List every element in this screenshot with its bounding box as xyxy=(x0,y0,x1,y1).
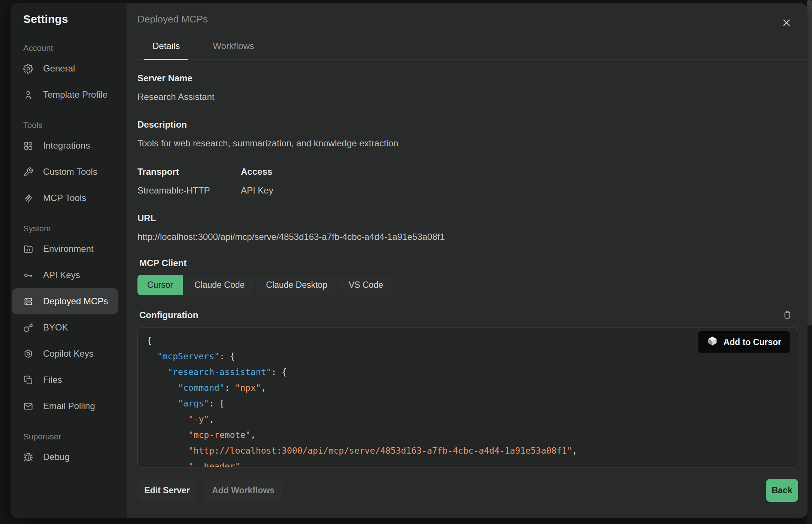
mail-icon xyxy=(23,401,33,411)
transport-label: Transport xyxy=(137,167,241,177)
page-scrollbar-thumb[interactable] xyxy=(807,0,812,326)
sidebar-item-files[interactable]: Files xyxy=(12,367,118,393)
settings-sidebar: Settings AccountGeneralTemplate ProfileT… xyxy=(10,3,127,518)
server-name-value: Research Assistant xyxy=(137,92,798,102)
url-value: http://localhost:3000/api/mcp/serve/4853… xyxy=(137,232,798,242)
add-to-cursor-button[interactable]: Add to Cursor xyxy=(698,331,790,353)
sidebar-item-label: Files xyxy=(43,375,62,385)
tab-workflows[interactable]: Workflows xyxy=(204,41,262,60)
edit-server-button[interactable]: Edit Server xyxy=(137,479,197,502)
configuration-label: Configuration xyxy=(139,310,198,320)
sidebar-item-label: BYOK xyxy=(43,322,68,333)
section-label-superuser: Superuser xyxy=(23,432,127,442)
code-line: "mcpServers": { xyxy=(147,348,789,364)
sidebar-item-label: Deployed MCPs xyxy=(43,296,108,307)
gear-icon xyxy=(23,64,33,74)
sidebar-item-debug[interactable]: Debug xyxy=(12,444,118,470)
mcp-client-label: MCP Client xyxy=(137,258,798,268)
sidebar-item-custom-tools[interactable]: Custom Tools xyxy=(12,159,118,185)
code-line: "http://localhost:3000/api/mcp/serve/485… xyxy=(147,443,789,458)
code-line: "args": [ xyxy=(147,396,789,411)
bug-icon xyxy=(23,452,33,462)
sidebar-item-copilot-keys[interactable]: Copilot Keys xyxy=(12,341,118,367)
blocks-icon xyxy=(23,141,33,151)
sidebar-section-account: AccountGeneralTemplate Profile xyxy=(10,43,127,108)
sidebar-item-deployed-mcps[interactable]: Deployed MCPs xyxy=(12,288,118,314)
add-to-cursor-label: Add to Cursor xyxy=(723,337,781,347)
sidebar-item-api-keys[interactable]: API Keys xyxy=(12,262,118,288)
tab-details[interactable]: Details xyxy=(144,41,188,60)
sidebar-item-mcp-tools[interactable]: MCP Tools xyxy=(12,185,118,211)
sidebar-section-system: SystemEnvironmentAPI KeysDeployed MCPsBY… xyxy=(10,224,127,419)
code-line: "command": "npx", xyxy=(147,380,789,396)
footer: Edit Server Add Workflows Back xyxy=(137,479,798,502)
hexagon-dot-icon xyxy=(23,349,33,359)
key-icon xyxy=(23,323,33,333)
url-label: URL xyxy=(137,213,798,223)
description-value: Tools for web research, summarization, a… xyxy=(137,138,798,149)
client-button-vs-code[interactable]: VS Code xyxy=(339,275,393,295)
transport-value: Streamable-HTTP xyxy=(137,185,241,196)
sidebar-item-label: Environment xyxy=(43,244,94,254)
close-button[interactable] xyxy=(779,16,794,31)
tab-bar: DetailsWorkflows xyxy=(137,41,798,60)
sidebar-item-label: Email Polling xyxy=(43,401,95,411)
sidebar-item-email-polling[interactable]: Email Polling xyxy=(12,393,118,419)
configuration-row: Configuration xyxy=(137,310,798,321)
code-line: "research-assistant": { xyxy=(147,364,789,380)
sidebar-item-label: MCP Tools xyxy=(43,193,86,203)
access-value: API Key xyxy=(241,185,273,196)
close-icon xyxy=(781,17,792,30)
sidebar-item-integrations[interactable]: Integrations xyxy=(12,132,118,159)
server-name-label: Server Name xyxy=(137,73,798,83)
code-line: { xyxy=(147,333,789,348)
copy-icon xyxy=(23,375,33,385)
mcp-client-selector: CursorClaude CodeClaude DesktopVS Code xyxy=(137,275,798,295)
sidebar-item-template-profile[interactable]: Template Profile xyxy=(12,82,118,108)
deployed-mcps-panel: Deployed MCPs DetailsWorkflows Server Na… xyxy=(127,3,808,518)
section-label-account: Account xyxy=(23,43,127,53)
sidebar-item-byok[interactable]: BYOK xyxy=(12,314,118,341)
settings-modal: Settings AccountGeneralTemplate ProfileT… xyxy=(10,3,808,518)
section-label-system: System xyxy=(23,224,127,234)
back-button[interactable]: Back xyxy=(766,479,798,502)
sidebar-item-label: Debug xyxy=(43,452,70,462)
screen: Settings AccountGeneralTemplate ProfileT… xyxy=(0,0,812,524)
user-icon xyxy=(23,90,33,100)
clipboard-icon xyxy=(782,315,792,321)
wrench-icon xyxy=(23,167,33,177)
add-workflows-button[interactable]: Add Workflows xyxy=(205,479,282,502)
access-label: Access xyxy=(241,167,273,177)
cursor-cube-icon xyxy=(707,335,718,349)
sidebar-section-superuser: SuperuserDebug xyxy=(10,432,127,470)
page-scrollbar-track xyxy=(807,0,812,524)
client-button-claude-code[interactable]: Claude Code xyxy=(185,275,254,295)
sidebar-item-general[interactable]: General xyxy=(12,55,118,82)
client-button-claude-desktop[interactable]: Claude Desktop xyxy=(256,275,337,295)
panel-title: Deployed MCPs xyxy=(137,13,798,25)
configuration-code[interactable]: { "mcpServers": { "research-assistant": … xyxy=(137,327,798,467)
client-button-cursor[interactable]: Cursor xyxy=(137,275,183,295)
code-line: "--header" xyxy=(147,458,789,467)
sidebar-item-label: Copilot Keys xyxy=(43,348,94,359)
description-label: Description xyxy=(137,119,798,130)
sidebar-item-label: Integrations xyxy=(43,140,90,151)
sidebar-item-label: General xyxy=(43,63,75,74)
transport-access-row: Transport Streamable-HTTP Access API Key xyxy=(137,167,798,196)
sidebar-item-label: Template Profile xyxy=(43,89,107,100)
sidebar-item-environment[interactable]: Environment xyxy=(12,236,118,262)
folder-code-icon xyxy=(23,244,33,254)
server-icon xyxy=(23,296,33,307)
copy-config-button[interactable] xyxy=(782,310,793,321)
section-label-tools: Tools xyxy=(23,121,127,130)
mcp-icon xyxy=(23,193,33,203)
key-round-icon xyxy=(23,270,33,280)
code-line: "mcp-remote", xyxy=(147,427,789,443)
sidebar-item-label: API Keys xyxy=(43,270,80,280)
sidebar-item-label: Custom Tools xyxy=(43,167,97,177)
code-line: "-y", xyxy=(147,411,789,427)
sidebar-section-tools: ToolsIntegrationsCustom ToolsMCP Tools xyxy=(10,121,127,211)
settings-title: Settings xyxy=(23,13,127,25)
